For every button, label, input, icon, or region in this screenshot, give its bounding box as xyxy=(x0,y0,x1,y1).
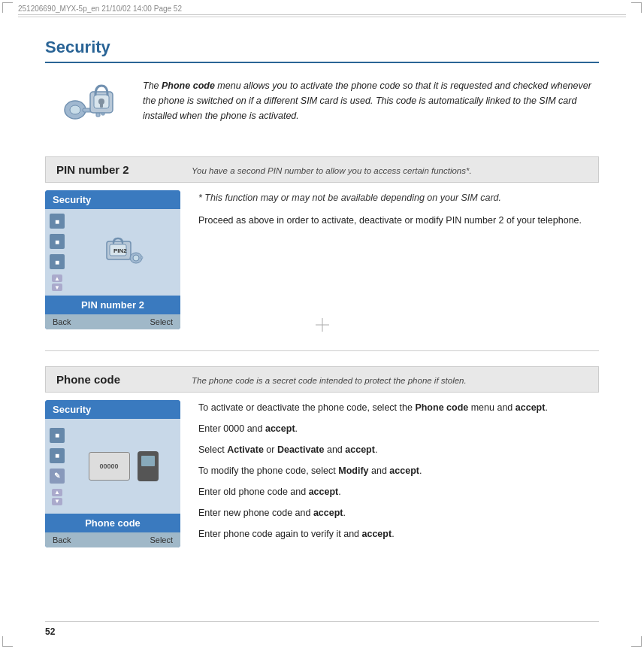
phonecode-phone-screen: Security ■ ■ ✎ ▲ ▼ 00000 xyxy=(45,400,180,547)
header-text: 251206690_MYX-5p_en 21/10/02 14:00 Page … xyxy=(18,5,182,13)
phonecode-screen-label: Phone code xyxy=(45,514,180,532)
pin2-section-text: * This function may or may not be availa… xyxy=(198,190,599,329)
phonecode-para3: Select Activate or Deactivate and accept… xyxy=(198,442,599,457)
svg-rect-14 xyxy=(141,256,143,259)
phonecode-section-bar: Phone code The phone code is a secret co… xyxy=(45,366,599,393)
phonecode-para4: To modify the phone code, select Modify … xyxy=(198,463,599,478)
svg-point-13 xyxy=(133,255,139,261)
page-header: 251206690_MYX-5p_en 21/10/02 14:00 Page … xyxy=(18,5,626,15)
intro-text: The Phone code menu allows you to activa… xyxy=(143,78,599,123)
pin2-screen-label: PIN number 2 xyxy=(45,296,180,314)
pin2-content-row: Security ■ ■ ■ ▲ ▼ PIN2 xyxy=(45,190,599,329)
pin2-bar-desc: You have a second PIN number to allow yo… xyxy=(192,166,472,175)
phonecode-para2: Enter 0000 and accept. xyxy=(198,421,599,436)
lock-icon-container xyxy=(45,78,128,138)
phonecode-section-text: To activate or deactivate the phone code… xyxy=(198,400,599,547)
phonecode-para7: Enter phone code again to verify it and … xyxy=(198,526,599,541)
phonecode-para6: Enter new phone code and accept. xyxy=(198,505,599,520)
pin2-title: PIN number 2 xyxy=(56,163,177,176)
page-title: Security xyxy=(45,38,599,63)
page-number: 52 xyxy=(45,626,55,637)
pin2-section-bar: PIN number 2 You have a second PIN numbe… xyxy=(45,156,599,183)
phonecode-screen-header: Security xyxy=(45,400,180,419)
pin2-select-label[interactable]: Select xyxy=(150,317,173,326)
phonecode-back-label[interactable]: Back xyxy=(53,535,71,544)
svg-text:PIN2: PIN2 xyxy=(113,247,127,254)
pin2-screen-header: Security xyxy=(45,190,180,209)
pin2-back-label[interactable]: Back xyxy=(53,317,71,326)
phonecode-screen-footer: Back Select xyxy=(45,532,180,547)
pin2-phone-screen: Security ■ ■ ■ ▲ ▼ PIN2 xyxy=(45,190,180,329)
phonecode-title: Phone code xyxy=(56,373,177,386)
phonecode-center-image: 00000 xyxy=(71,451,176,481)
phonecode-screen-body: ■ ■ ✎ ▲ ▼ 00000 xyxy=(45,419,180,514)
phonecode-select-label[interactable]: Select xyxy=(150,535,173,544)
phonecode-content-row: Security ■ ■ ✎ ▲ ▼ 00000 xyxy=(45,400,599,547)
page-footer: 52 xyxy=(45,621,599,637)
pin2-note: * This function may or may not be availa… xyxy=(198,190,599,205)
pin2-center-image: PIN2 xyxy=(71,235,176,269)
svg-point-1 xyxy=(70,105,80,114)
pin2-screen-footer: Back Select xyxy=(45,314,180,329)
pin2-screen-body: ■ ■ ■ ▲ ▼ PIN2 xyxy=(45,209,180,296)
pin2-body: Proceed as above in order to activate, d… xyxy=(198,213,599,228)
phonecode-bar-desc: The phone code is a secret code intended… xyxy=(192,376,467,385)
phonecode-para5: Enter old phone code and accept. xyxy=(198,484,599,499)
intro-section: The Phone code menu allows you to activa… xyxy=(45,78,599,138)
phonecode-para1: To activate or deactivate the phone code… xyxy=(198,400,599,415)
lock-key-icon xyxy=(53,78,120,138)
svg-rect-8 xyxy=(100,103,103,108)
